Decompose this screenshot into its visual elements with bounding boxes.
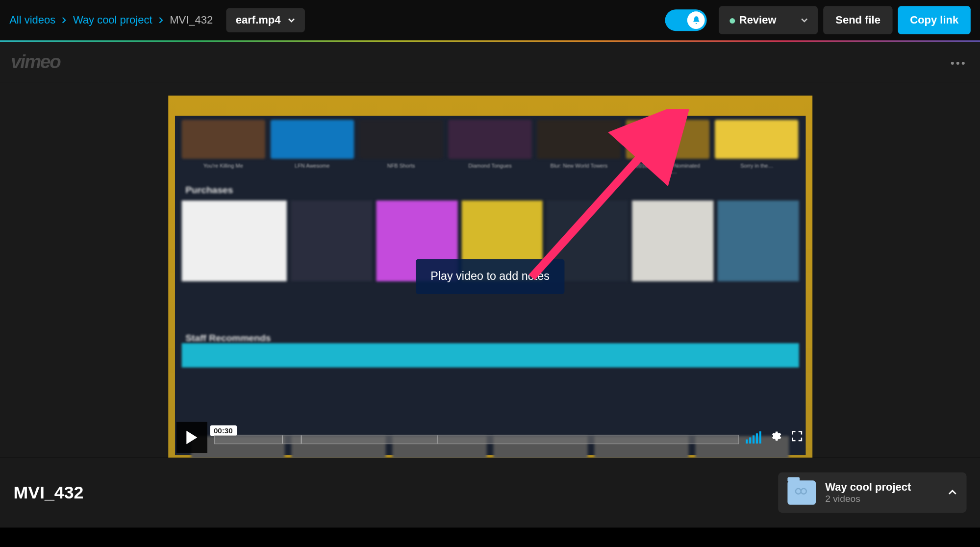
chevron-down-icon	[287, 15, 295, 25]
project-count: 2 videos	[825, 493, 911, 504]
file-select-label: earf.mp4	[236, 14, 281, 26]
video-overlay-message: Play video to add notes	[416, 259, 564, 294]
bell-icon	[687, 11, 705, 29]
svg-point-4	[796, 489, 801, 494]
more-menu-button[interactable]	[946, 52, 969, 72]
settings-icon[interactable]	[768, 429, 782, 447]
chevron-up-icon	[948, 487, 957, 499]
play-button[interactable]	[176, 422, 207, 453]
review-status-dropdown[interactable]: Review	[719, 6, 818, 34]
chevron-down-icon	[801, 15, 808, 25]
volume-control[interactable]	[746, 431, 761, 444]
vimeo-logo: vimeo	[11, 51, 60, 73]
page-title: MVI_432	[13, 482, 83, 503]
breadcrumb-project-link[interactable]: Way cool project	[73, 14, 152, 26]
file-select-dropdown[interactable]: earf.mp4	[226, 8, 305, 32]
svg-point-2	[962, 62, 965, 65]
status-dot-icon	[730, 18, 735, 24]
chevron-right-icon	[61, 15, 68, 25]
video-player[interactable]: You're Killing MeLFN AwesomeNFB ShortsDi…	[168, 96, 812, 458]
breadcrumb: All videos Way cool project MVI_432	[9, 14, 213, 26]
fullscreen-icon[interactable]	[789, 429, 804, 447]
breadcrumb-root-link[interactable]: All videos	[9, 14, 55, 26]
project-switcher[interactable]: Way cool project 2 videos	[778, 472, 966, 513]
svg-point-0	[951, 62, 954, 65]
breadcrumb-current: MVI_432	[170, 14, 213, 26]
project-name: Way cool project	[825, 481, 911, 494]
svg-point-1	[956, 62, 959, 65]
notifications-toggle[interactable]	[665, 9, 707, 31]
svg-point-5	[801, 489, 806, 494]
folder-icon	[787, 480, 816, 504]
send-file-button[interactable]: Send file	[824, 6, 893, 34]
copy-link-button[interactable]: Copy link	[898, 6, 971, 34]
seek-bar[interactable]: 00:30	[214, 431, 739, 444]
chevron-right-icon	[157, 15, 164, 25]
